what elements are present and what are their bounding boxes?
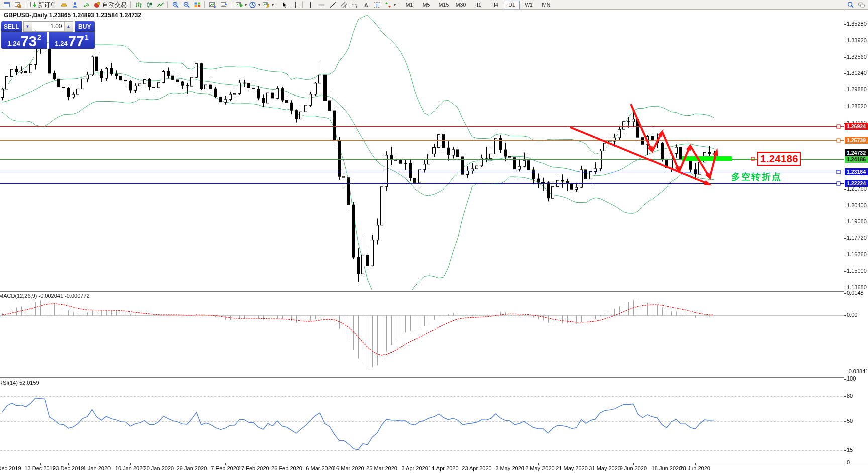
new-order-icon[interactable]: [28, 1, 38, 9]
autotrade-label[interactable]: 自动交易: [102, 1, 127, 9]
chart-ohlc-values: 1.23865 1.24893 1.23584 1.24732: [49, 12, 142, 19]
search-icon[interactable]: [845, 1, 855, 9]
price-chart-canvas[interactable]: [0, 0, 868, 473]
price-callout-label[interactable]: 1.24186: [757, 152, 801, 166]
sell-price-display[interactable]: 1.24 73 2: [1, 32, 47, 49]
timeframe-D1[interactable]: D1: [504, 1, 520, 9]
signals-icon[interactable]: [81, 1, 91, 9]
timeframe-W1[interactable]: W1: [521, 1, 537, 9]
zoom-in-icon[interactable]: [170, 1, 180, 9]
timeframe-M30[interactable]: M30: [453, 1, 469, 9]
arrows-icon[interactable]: [383, 1, 393, 9]
trendline-icon[interactable]: [328, 1, 338, 9]
crosshair-icon[interactable]: [290, 1, 300, 9]
toolbar-separator: [25, 1, 26, 8]
chat-icon[interactable]: [856, 1, 866, 9]
sell-price-big: 73: [21, 35, 37, 48]
text-icon[interactable]: A: [361, 1, 371, 9]
annotation-note-text[interactable]: 多空转折点: [731, 171, 782, 183]
buy-button[interactable]: BUY: [75, 21, 95, 32]
toolbar-separator: [130, 1, 131, 8]
timeframe-M1[interactable]: M1: [401, 1, 417, 9]
periods-icon[interactable]: [247, 1, 257, 9]
bar-chart-icon[interactable]: [133, 1, 143, 9]
toolbar-right-group: [845, 1, 867, 9]
one-click-trading-panel: SELL ▼ 1.00 ▲ BUY 1.24 73 2 1.24 77 1: [1, 21, 95, 49]
timeframe-M5[interactable]: M5: [418, 1, 435, 9]
dropdown-caret-icon[interactable]: ▾: [245, 3, 247, 7]
svg-text:F: F: [356, 5, 358, 9]
toolbar-grip[interactable]: [397, 1, 399, 8]
indicators-icon[interactable]: [234, 1, 244, 9]
sell-button[interactable]: SELL: [1, 21, 22, 32]
sell-price-small: 1.24: [7, 40, 20, 47]
chart-shift-icon[interactable]: [219, 1, 229, 9]
autotrade-icon[interactable]: [92, 1, 102, 9]
toolbar-separator: [302, 1, 303, 8]
toolbar-grip[interactable]: [275, 1, 277, 8]
channel-icon[interactable]: E: [339, 1, 349, 9]
main-toolbar: 新订单自动交易▾▾▾EFAT▾M1M5M15M30H1H4D1W1MN: [0, 0, 868, 10]
volume-stepper: ▼ 1.00 ▲: [23, 21, 73, 32]
vline-icon[interactable]: [305, 1, 315, 9]
buy-price-sup: 1: [85, 33, 89, 41]
toolbar-separator: [204, 1, 205, 8]
rsi-indicator-label: RSI(14) 52.0159: [0, 380, 39, 386]
timeframe-H1[interactable]: H1: [470, 1, 486, 9]
hline-icon[interactable]: [316, 1, 327, 9]
timeframe-H4[interactable]: H4: [487, 1, 503, 9]
svg-text:E: E: [345, 5, 348, 8]
toolbar-separator: [167, 1, 168, 8]
svg-text:A: A: [364, 2, 368, 8]
chart-title: GBPUSD-,Daily 1.23865 1.24893 1.23584 1.…: [4, 12, 141, 19]
timeframe-M15[interactable]: M15: [436, 1, 452, 9]
buy-price-small: 1.24: [55, 40, 67, 47]
buy-price-big: 77: [68, 35, 84, 48]
volume-increase-button[interactable]: ▲: [65, 22, 73, 31]
dropdown-caret-icon[interactable]: ▾: [258, 3, 260, 7]
svg-text:T: T: [375, 2, 378, 8]
chart-preview-icon[interactable]: [13, 1, 23, 9]
chart-symbol-period: GBPUSD-,Daily: [4, 12, 47, 19]
macd-indicator-label: MACD(12,26,9) -0.002041 -0.000772: [0, 293, 90, 299]
fibonacci-icon[interactable]: F: [350, 1, 360, 9]
templates-icon[interactable]: [261, 1, 271, 9]
label-icon[interactable]: T: [372, 1, 382, 9]
community-icon[interactable]: [70, 1, 80, 9]
tile-windows-icon[interactable]: [192, 1, 202, 9]
buy-price-display[interactable]: 1.24 77 1: [49, 32, 95, 49]
volume-decrease-button[interactable]: ▼: [24, 22, 32, 31]
new-order-label[interactable]: 新订单: [38, 1, 56, 9]
auto-arrange-icon[interactable]: [207, 1, 218, 9]
dropdown-caret-icon[interactable]: ▾: [272, 3, 274, 7]
dropdown-caret-icon[interactable]: ▾: [394, 3, 396, 7]
volume-input[interactable]: 1.00: [32, 22, 65, 31]
zoom-out-icon[interactable]: [181, 1, 191, 9]
sell-price-sup: 2: [37, 33, 41, 41]
window-icon[interactable]: [2, 1, 12, 9]
candle-chart-icon[interactable]: [144, 1, 154, 9]
timeframe-MN[interactable]: MN: [538, 1, 554, 9]
gold-icon[interactable]: [59, 1, 69, 9]
cursor-icon[interactable]: [279, 1, 289, 9]
line-chart-icon[interactable]: [155, 1, 165, 9]
toolbar-separator: [231, 1, 232, 8]
